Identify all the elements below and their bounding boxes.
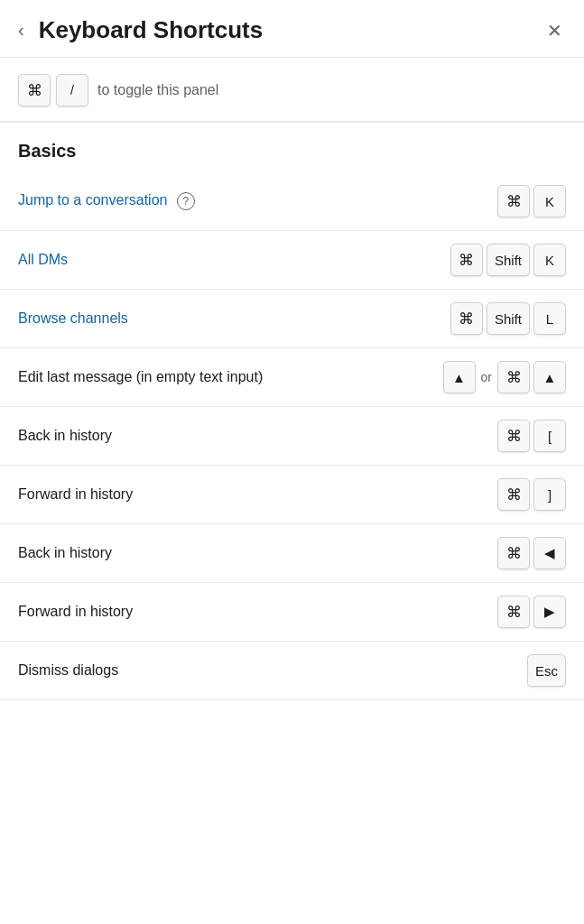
shortcut-label-fwd1: Forward in history [18,486,497,503]
cmd-key-alldms: ⌘ [450,244,483,276]
up-key-edit: ▲ [443,361,476,393]
section-title-basics: Basics [0,123,584,172]
shift-key-alldms: Shift [487,244,530,276]
shortcut-label-fwd2: Forward in history [18,604,497,620]
back-button[interactable]: ‹ [14,20,28,41]
keys-browse: ⌘ Shift L [450,302,566,335]
section-basics: Basics Jump to a conversation ? ⌘ K All … [0,123,584,700]
cmd-key-fwd1: ⌘ [497,478,530,511]
toggle-hint: ⌘ / to toggle this panel [0,58,584,123]
header: ‹ Keyboard Shortcuts ✕ [0,0,584,58]
keys-fwd2: ⌘ ▶ [497,596,566,628]
keys-fwd1: ⌘ ] [497,478,566,511]
shortcut-row-fwd1: Forward in history ⌘ ] [0,466,584,524]
keys-back1: ⌘ [ [497,420,566,452]
shortcut-row-jump: Jump to a conversation ? ⌘ K [0,172,584,231]
shortcut-label-dismiss: Dismiss dialogs [18,662,527,679]
cmd-key-browse: ⌘ [450,302,483,335]
shift-key-browse: Shift [487,302,530,335]
cmd-key-fwd2: ⌘ [497,596,530,628]
close-button[interactable]: ✕ [543,20,566,42]
k-key-jump: K [533,185,566,217]
esc-key-dismiss: Esc [527,654,566,687]
or-text-edit: or [481,370,492,384]
keys-dismiss: Esc [527,654,566,687]
shortcut-label-alldms[interactable]: All DMs [18,252,450,268]
cmd-key-edit: ⌘ [497,361,530,393]
shortcut-row-dismiss: Dismiss dialogs Esc [0,642,584,700]
left-key-back2: ◀ [533,537,566,569]
shortcut-label-back1: Back in history [18,428,497,444]
slash-key-hint: / [56,74,88,106]
page-title: Keyboard Shortcuts [39,16,543,44]
shortcut-row-back1: Back in history ⌘ [ [0,407,584,466]
shortcut-row-browse: Browse channels ⌘ Shift L [0,290,584,348]
shortcut-row-fwd2: Forward in history ⌘ ▶ [0,583,584,642]
keys-edit: ▲ or ⌘ ▲ [443,361,566,393]
shortcut-row-edit: Edit last message (in empty text input) … [0,348,584,407]
shortcut-label-browse[interactable]: Browse channels [18,310,450,327]
shortcut-row-alldms: All DMs ⌘ Shift K [0,231,584,290]
cmd-key-back2: ⌘ [497,537,530,569]
help-icon-jump: ? [177,192,195,210]
shortcut-label-jump[interactable]: Jump to a conversation ? [18,192,497,210]
bracket-key-back1: [ [533,420,566,452]
right-key-fwd2: ▶ [533,596,566,628]
up2-key-edit: ▲ [533,361,566,393]
l-key-browse: L [533,302,566,335]
shortcut-label-edit: Edit last message (in empty text input) [18,367,443,387]
bracket-key-fwd1: ] [533,478,566,511]
shortcut-label-back2: Back in history [18,545,497,561]
keys-alldms: ⌘ Shift K [450,244,566,276]
cmd-key-hint: ⌘ [18,74,51,106]
cmd-key-back1: ⌘ [497,420,530,452]
cmd-key-jump: ⌘ [497,185,530,217]
k-key-alldms: K [533,244,566,276]
toggle-hint-text: to toggle this panel [97,82,218,98]
keys-jump: ⌘ K [497,185,566,217]
shortcut-row-back2: Back in history ⌘ ◀ [0,524,584,583]
keys-back2: ⌘ ◀ [497,537,566,569]
